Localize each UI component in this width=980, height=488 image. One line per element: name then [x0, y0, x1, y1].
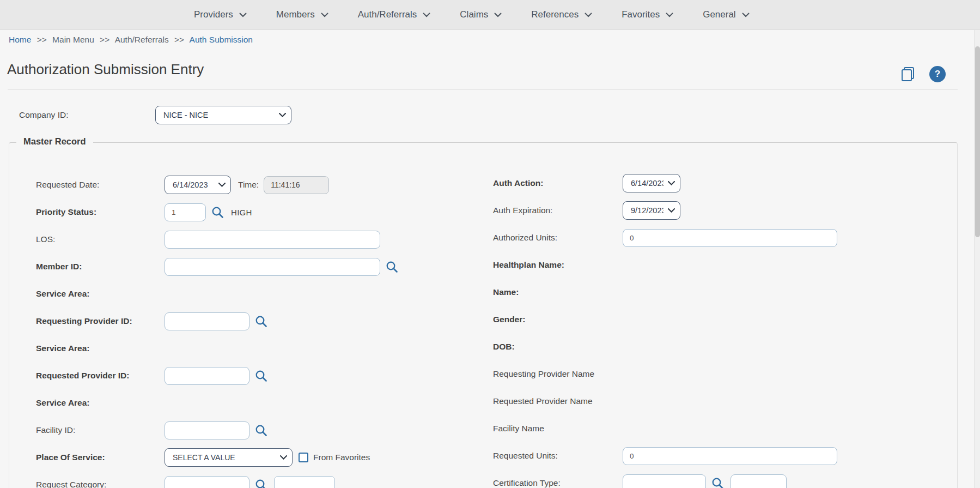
copy-button[interactable]	[899, 65, 917, 83]
auth-expiration-select[interactable]: 9/12/2023	[623, 201, 680, 220]
requested-date-select[interactable]: 6/14/2023	[165, 176, 231, 194]
requested-units-label: Requested Units:	[493, 451, 623, 461]
requested-provider-id-row: Requested Provider ID:	[36, 362, 472, 389]
from-favorites-checkbox[interactable]	[299, 453, 308, 462]
requested-provider-name-row: Requested Provider Name	[493, 388, 863, 415]
chevron-down-icon	[494, 13, 502, 17]
requested-date-select-wrap: 6/14/2023	[165, 176, 231, 194]
place-of-service-row: Place Of Service: SELECT A VALUE From Fa…	[36, 444, 472, 471]
nav-item-general[interactable]: General	[703, 9, 749, 20]
member-name-row: Name:	[493, 279, 863, 306]
vertical-scrollbar[interactable]	[974, 30, 980, 488]
member-name-label: Name:	[493, 287, 623, 297]
requesting-provider-id-row: Requesting Provider ID:	[36, 308, 472, 335]
search-icon[interactable]	[255, 315, 267, 328]
nav-item-claims[interactable]: Claims	[460, 9, 502, 20]
company-id-select-wrap: NICE - NICE	[155, 106, 291, 124]
place-of-service-label: Place Of Service:	[36, 453, 165, 462]
search-icon[interactable]	[711, 477, 724, 488]
requesting-service-area-row: Service Area:	[36, 335, 472, 362]
requesting-provider-id-label: Requesting Provider ID:	[36, 316, 165, 326]
nav-item-favorites[interactable]: Favorites	[622, 9, 673, 20]
facility-name-label: Facility Name	[493, 424, 623, 433]
top-nav: Providers Members Auth/Referrals Claims …	[0, 0, 980, 30]
gender-row: Gender:	[493, 306, 863, 333]
requested-provider-id-input[interactable]	[165, 367, 249, 385]
auth-action-select-wrap: 6/14/2023	[623, 174, 680, 192]
auth-action-select[interactable]: 6/14/2023	[623, 174, 680, 192]
facility-name-row: Facility Name	[493, 415, 863, 442]
search-icon[interactable]	[255, 479, 267, 488]
copy-icon	[899, 65, 917, 83]
request-category-input[interactable]	[165, 476, 249, 488]
priority-status-value: HIGH	[231, 208, 252, 217]
certification-type-row: Certification Type:	[493, 469, 863, 488]
breadcrumb-separator: >>	[100, 35, 109, 44]
question-mark-icon: ?	[935, 69, 940, 80]
priority-status-input[interactable]	[165, 203, 206, 221]
from-favorites-label: From Favorites	[313, 453, 370, 462]
place-of-service-select[interactable]: SELECT A VALUE	[165, 448, 293, 467]
breadcrumb-separator: >>	[174, 35, 184, 44]
los-input[interactable]	[165, 231, 380, 249]
nav-item-references[interactable]: References	[531, 9, 592, 20]
dob-label: DOB:	[493, 342, 623, 352]
request-category-label: Request Category:	[36, 480, 165, 488]
nav-item-providers[interactable]: Providers	[194, 9, 247, 20]
chevron-down-icon	[423, 13, 430, 17]
page-title: Authorization Submission Entry	[7, 61, 204, 78]
search-icon[interactable]	[255, 424, 267, 437]
los-row: LOS:	[36, 226, 472, 253]
breadcrumb-home-link[interactable]: Home	[9, 35, 31, 44]
request-category-secondary-input[interactable]	[274, 476, 335, 488]
authorized-units-input[interactable]	[623, 229, 837, 247]
request-category-row: Request Category:	[36, 471, 472, 488]
certification-type-secondary-input[interactable]	[731, 474, 787, 488]
nav-item-members[interactable]: Members	[276, 9, 328, 20]
company-id-label: Company ID:	[19, 110, 155, 120]
facility-id-label: Facility ID:	[36, 425, 165, 435]
requesting-provider-name-label: Requesting Provider Name	[493, 369, 623, 379]
requested-date-label: Requested Date:	[36, 180, 165, 190]
nav-item-label: References	[531, 9, 579, 20]
nav-item-label: Favorites	[622, 9, 660, 20]
requested-provider-name-label: Requested Provider Name	[493, 396, 623, 406]
search-icon[interactable]	[386, 261, 398, 273]
time-input[interactable]	[264, 176, 329, 194]
nav-item-label: Auth/Referrals	[358, 9, 417, 20]
company-id-row: Company ID: NICE - NICE	[19, 106, 291, 124]
help-button[interactable]: ?	[929, 66, 946, 82]
certification-type-input[interactable]	[623, 474, 706, 488]
search-icon[interactable]	[255, 370, 267, 382]
breadcrumb-auth-submission-link[interactable]: Auth Submission	[190, 35, 253, 44]
chevron-down-icon	[666, 13, 673, 17]
master-record-left-column: Requested Date: 6/14/2023 Time: Priority…	[36, 171, 472, 488]
authorized-units-row: Authorized Units:	[493, 224, 863, 251]
member-service-area-row: Service Area:	[36, 280, 472, 308]
requesting-provider-name-row: Requesting Provider Name	[493, 360, 863, 388]
member-id-input[interactable]	[165, 258, 380, 276]
requested-units-input[interactable]	[623, 447, 837, 465]
company-id-select[interactable]: NICE - NICE	[155, 106, 291, 124]
nav-item-auth-referrals[interactable]: Auth/Referrals	[358, 9, 431, 20]
breadcrumb-auth-referrals: Auth/Referrals	[115, 35, 169, 44]
requested-provider-id-label: Requested Provider ID:	[36, 371, 165, 381]
requested-date-row: Requested Date: 6/14/2023 Time:	[36, 171, 472, 198]
facility-id-input[interactable]	[165, 421, 249, 439]
facility-id-row: Facility ID:	[36, 417, 472, 444]
nav-item-label: Claims	[460, 9, 488, 20]
los-label: LOS:	[36, 234, 165, 244]
chevron-down-icon	[585, 13, 592, 17]
dob-row: DOB:	[493, 333, 863, 360]
member-id-label: Member ID:	[36, 262, 165, 272]
scrollbar-thumb[interactable]	[975, 46, 980, 237]
certification-type-label: Certification Type:	[493, 478, 623, 488]
service-area-label: Service Area:	[36, 289, 165, 299]
requesting-provider-id-input[interactable]	[165, 312, 249, 330]
search-icon[interactable]	[211, 206, 224, 219]
auth-expiration-select-wrap: 9/12/2023	[623, 201, 680, 220]
requested-service-area-row: Service Area:	[36, 389, 472, 417]
healthplan-name-row: Healthplan Name:	[493, 251, 863, 279]
healthplan-name-label: Healthplan Name:	[493, 260, 623, 270]
service-area-label: Service Area:	[36, 398, 165, 408]
